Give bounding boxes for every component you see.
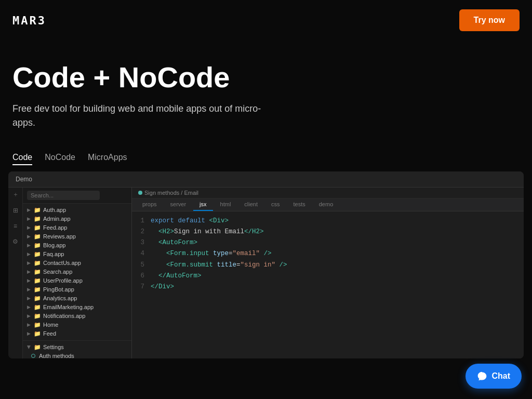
logo: MAR3 xyxy=(12,14,46,27)
tree-app-label: Analytics.app xyxy=(43,295,77,301)
tree-item[interactable]: ▶ 📁 Admin.app xyxy=(23,215,131,223)
hero-title: Code + NoCode xyxy=(12,61,520,94)
tree-settings-label: Settings xyxy=(43,344,64,350)
tree-app-label: EmailMarketing.app xyxy=(43,304,94,310)
tree-app-label: Feed xyxy=(43,330,56,337)
tree-app-label: Auth.app xyxy=(43,207,66,213)
tree-app-label: Blog.app xyxy=(43,242,65,248)
search-input[interactable] xyxy=(27,191,100,200)
code-line: 7 </Div> xyxy=(132,282,524,292)
demo-header: Demo xyxy=(8,171,524,188)
sidebar-icon-strip: ＋ ⊞ ≡ ⚙ xyxy=(8,188,23,358)
tab-props[interactable]: props xyxy=(136,198,163,211)
code-editor: 1 export default <Div> 2 <H2>Sign in wit… xyxy=(132,211,524,358)
grid-icon[interactable]: ⊞ xyxy=(11,206,20,215)
tree-item[interactable]: ▶ 📁 ContactUs.app xyxy=(23,259,131,268)
tree-auth-methods-label: Auth methods xyxy=(39,353,74,358)
file-icon[interactable]: ≡ xyxy=(11,222,20,230)
code-line: 5 <Form.submit title="sign in" /> xyxy=(132,260,524,271)
editor-panel: Sign methods / Email props server jsx ht… xyxy=(132,188,524,358)
breadcrumb: Sign methods / Email xyxy=(132,188,524,198)
try-now-button[interactable]: Try now xyxy=(459,9,520,31)
chat-label: Chat xyxy=(491,371,510,381)
code-line: 4 <Form.input type="email" /> xyxy=(132,248,524,259)
tab-jsx[interactable]: jsx xyxy=(193,198,212,211)
tree-item[interactable]: ▶ 📁 Auth.app xyxy=(23,206,131,215)
demo-label: Demo xyxy=(16,176,32,183)
tree-item-feed[interactable]: ▶ 📁 Feed.app xyxy=(23,223,131,232)
tree-item[interactable]: ▶ 📁 Feed xyxy=(23,329,131,338)
tab-microapps[interactable]: MicroApps xyxy=(88,153,127,165)
code-line: 1 export default <Div> xyxy=(132,216,524,227)
chat-bubble[interactable]: Chat xyxy=(466,364,522,389)
tree-item[interactable]: ▶ 📁 PingBot.app xyxy=(23,285,131,294)
file-tree-header xyxy=(23,188,131,204)
code-line: 6 </AutoForm> xyxy=(132,271,524,282)
chat-icon xyxy=(477,371,487,381)
file-tree: ▶ 📁 Auth.app ▶ 📁 Admin.app ▶ 📁 Feed.app … xyxy=(23,188,132,358)
breadcrumb-dot xyxy=(138,191,142,195)
tree-item[interactable]: ▶ 📁 Search.app xyxy=(23,268,131,276)
tree-app-label: ContactUs.app xyxy=(43,260,81,266)
hero-section: Code + NoCode Free dev tool for building… xyxy=(0,41,532,140)
tree-app-label: Admin.app xyxy=(43,216,71,222)
tree-app-label: Reviews.app xyxy=(43,233,76,240)
demo-panel: Demo ＋ ⊞ ≡ ⚙ ▶ 📁 Auth.app ▶ xyxy=(8,171,524,358)
apps-section: ▶ 📁 Auth.app ▶ 📁 Admin.app ▶ 📁 Feed.app … xyxy=(23,204,131,340)
demo-body: ＋ ⊞ ≡ ⚙ ▶ 📁 Auth.app ▶ 📁 Admin.app xyxy=(8,188,524,358)
tree-item[interactable]: ▶ 📁 Blog.app xyxy=(23,241,131,250)
tree-app-label: Notifications.app xyxy=(43,313,85,319)
tab-nocode[interactable]: NoCode xyxy=(45,153,75,165)
tab-client[interactable]: client xyxy=(238,198,264,211)
breadcrumb-text: Sign methods / Email xyxy=(144,190,198,196)
tab-demo[interactable]: demo xyxy=(313,198,340,211)
tree-auth-methods[interactable]: Auth methods xyxy=(23,352,131,358)
tree-item[interactable]: ▶ 📁 Notifications.app xyxy=(23,312,131,321)
tree-item[interactable]: ▶ 📁 Home xyxy=(23,321,131,329)
code-line: 2 <H2>Sign in with Email</H2> xyxy=(132,227,524,237)
tree-app-label: Faq.app xyxy=(43,251,64,257)
gear-icon[interactable]: ⚙ xyxy=(11,237,20,246)
tab-tests[interactable]: tests xyxy=(287,198,312,211)
tree-item[interactable]: ▶ 📁 Analytics.app xyxy=(23,294,131,303)
editor-tabs: props server jsx html client css tests d… xyxy=(132,198,524,211)
tab-code[interactable]: Code xyxy=(12,153,32,165)
tree-app-label: PingBot.app xyxy=(43,286,74,292)
tab-server[interactable]: server xyxy=(164,198,193,211)
code-line: 3 <AutoForm> xyxy=(132,237,524,248)
tree-settings[interactable]: ▶ 📁 Settings xyxy=(23,343,131,352)
tree-app-label: UserProfile.app xyxy=(43,277,83,284)
tree-item[interactable]: ▶ 📁 UserProfile.app xyxy=(23,276,131,285)
tree-app-label: Search.app xyxy=(43,269,72,275)
plus-icon[interactable]: ＋ xyxy=(11,191,20,199)
hero-subtitle: Free dev tool for building web and mobil… xyxy=(12,102,283,130)
navbar: MAR3 Try now xyxy=(0,0,532,41)
tab-css[interactable]: css xyxy=(265,198,286,211)
tree-app-label: Feed.app xyxy=(43,224,67,231)
tab-html[interactable]: html xyxy=(214,198,237,211)
tree-item[interactable]: ▶ 📁 Reviews.app xyxy=(23,232,131,241)
section-tabs: Code NoCode MicroApps xyxy=(0,140,532,171)
tree-item[interactable]: ▶ 📁 Faq.app xyxy=(23,250,131,259)
tree-app-label: Home xyxy=(43,322,58,328)
tree-item[interactable]: ▶ 📁 EmailMarketing.app xyxy=(23,303,131,312)
